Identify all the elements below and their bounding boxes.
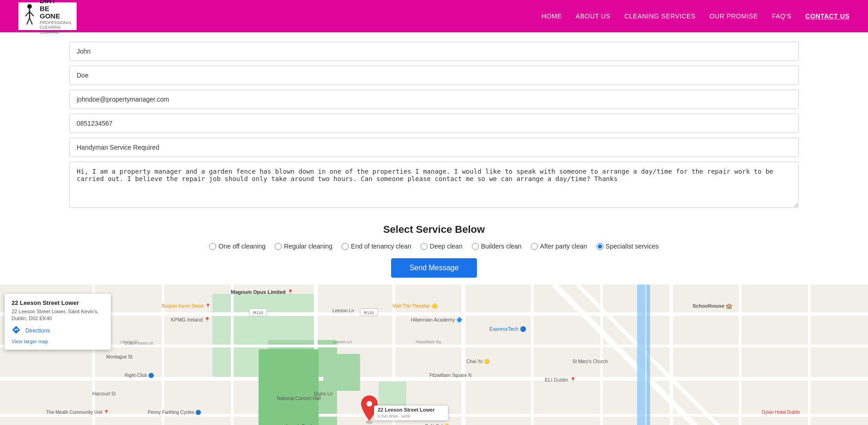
svg-text:Café Sol 🟡: Café Sol 🟡 bbox=[425, 423, 450, 425]
popup-actions: Directions bbox=[12, 325, 104, 337]
svg-text:National Concert Hall: National Concert Hall bbox=[277, 396, 321, 401]
svg-rect-29 bbox=[259, 349, 319, 425]
service-label-regular: Regular cleaning bbox=[284, 243, 332, 250]
service-option-end_tenancy[interactable]: End of tenancy clean bbox=[342, 243, 411, 250]
service-option-one_off[interactable]: One off cleaning bbox=[209, 243, 265, 250]
radio-builders[interactable] bbox=[472, 243, 479, 250]
popup-address-line2: Dublin, D02 EK40 bbox=[12, 316, 52, 321]
nav: HOMEABOUT USCLEANING SERVICESOUR PROMISE… bbox=[542, 12, 850, 20]
svg-line-5 bbox=[30, 18, 32, 24]
svg-text:Matt The Thresher 🟡: Matt The Thresher 🟡 bbox=[392, 303, 438, 309]
popup-address-line1: 22 Leeson Street Lower, Saint Kevin's, bbox=[12, 309, 99, 314]
directions-link[interactable]: Directions bbox=[25, 328, 50, 334]
svg-text:9 min drive · work: 9 min drive · work bbox=[378, 414, 410, 419]
message-input[interactable] bbox=[69, 162, 799, 208]
svg-rect-27 bbox=[637, 285, 645, 425]
svg-text:Dylan Hotel Dublin: Dylan Hotel Dublin bbox=[762, 410, 800, 415]
nav-item-cleaning-services[interactable]: CLEANING SERVICES bbox=[624, 12, 696, 20]
svg-line-3 bbox=[30, 12, 34, 16]
svg-text:R110: R110 bbox=[253, 310, 263, 315]
svg-rect-28 bbox=[646, 285, 650, 425]
svg-rect-23 bbox=[739, 285, 741, 425]
svg-rect-31 bbox=[379, 382, 406, 409]
svg-text:ELI Dublin 📍: ELI Dublin 📍 bbox=[545, 376, 576, 383]
service-option-regular[interactable]: Regular cleaning bbox=[275, 243, 332, 250]
service-option-after_party[interactable]: After party clean bbox=[531, 243, 587, 250]
radio-end_tenancy[interactable] bbox=[342, 243, 349, 250]
svg-rect-30 bbox=[323, 354, 360, 391]
svg-text:ExpressTech 🔵: ExpressTech 🔵 bbox=[489, 326, 526, 332]
svg-text:The Meath Community Unit 📍: The Meath Community Unit 📍 bbox=[46, 409, 109, 415]
service-option-deep[interactable]: Deep clean bbox=[421, 243, 463, 250]
header: DIRT BE GONE PROFESSIONAL CLEANING COMPA… bbox=[0, 0, 868, 32]
send-message-button[interactable]: Send Message bbox=[391, 258, 477, 278]
svg-line-2 bbox=[25, 12, 30, 16]
service-label-deep: Deep clean bbox=[430, 243, 463, 250]
svg-point-39 bbox=[366, 420, 373, 424]
contact-form-section bbox=[0, 32, 868, 214]
logo-icon bbox=[23, 3, 36, 30]
svg-text:Schoolhouse 🏫: Schoolhouse 🏫 bbox=[693, 303, 732, 309]
logo-subtitle: PROFESSIONAL CLEANING COMPANY bbox=[40, 20, 72, 35]
svg-text:Harcourt St: Harcourt St bbox=[92, 391, 116, 396]
svg-point-0 bbox=[27, 4, 32, 9]
svg-text:Fitzwilliam Square N: Fitzwilliam Square N bbox=[429, 373, 471, 378]
svg-text:Magnum Opus Limited 📍: Magnum Opus Limited 📍 bbox=[231, 289, 294, 295]
service-label-specialist: Specialist services bbox=[606, 243, 659, 250]
popup-address: 22 Leeson Street Lower, Saint Kevin's, D… bbox=[12, 308, 104, 322]
nav-item-home[interactable]: HOME bbox=[542, 12, 562, 20]
logo[interactable]: DIRT BE GONE PROFESSIONAL CLEANING COMPA… bbox=[18, 2, 77, 30]
svg-text:Montague St: Montague St bbox=[106, 354, 133, 359]
svg-text:22 Leeson Street Lower: 22 Leeson Street Lower bbox=[378, 407, 435, 413]
directions-icon bbox=[12, 325, 21, 337]
nav-item-our-promise[interactable]: OUR PROMISE bbox=[710, 12, 758, 20]
svg-rect-20 bbox=[531, 285, 534, 425]
radio-regular[interactable] bbox=[275, 243, 282, 250]
svg-text:Chai-Yo 🟡: Chai-Yo 🟡 bbox=[466, 358, 490, 364]
service-option-specialist[interactable]: Specialist services bbox=[597, 243, 659, 250]
svg-point-40 bbox=[367, 401, 372, 407]
logo-title: DIRT BE GONE bbox=[40, 0, 72, 20]
svg-text:Quins Ln: Quins Ln bbox=[314, 391, 332, 396]
radio-deep[interactable] bbox=[421, 243, 428, 250]
view-larger-map-link[interactable]: View larger map bbox=[12, 339, 104, 344]
service-label-builders: Builders clean bbox=[481, 243, 522, 250]
first-name-input[interactable] bbox=[69, 42, 799, 61]
svg-text:Right-Click 🔵: Right-Click 🔵 bbox=[125, 372, 154, 378]
service-option-builders[interactable]: Builders clean bbox=[472, 243, 522, 250]
svg-rect-9 bbox=[0, 312, 868, 316]
service-label-end_tenancy: End of tenancy clean bbox=[351, 243, 411, 250]
svg-text:St Mary's Church: St Mary's Church bbox=[573, 359, 608, 364]
email-input[interactable] bbox=[69, 90, 799, 109]
svg-text:Fitzwilliam Sq: Fitzwilliam Sq bbox=[416, 340, 441, 344]
last-name-input[interactable] bbox=[69, 66, 799, 85]
logo-text: DIRT BE GONE PROFESSIONAL CLEANING COMPA… bbox=[40, 0, 72, 35]
svg-text:Boojum Kevin Street 📍: Boojum Kevin Street 📍 bbox=[162, 303, 211, 309]
svg-line-4 bbox=[27, 18, 30, 24]
svg-text:Leeson Ln: Leeson Ln bbox=[332, 340, 352, 344]
service-label-one_off: One off cleaning bbox=[218, 243, 265, 250]
nav-item-contact-us[interactable]: CONTACT US bbox=[805, 12, 850, 20]
radio-after_party[interactable] bbox=[531, 243, 538, 250]
svg-rect-16 bbox=[231, 285, 234, 425]
nav-item-about-us[interactable]: ABOUT US bbox=[576, 12, 610, 20]
map-info-popup: 22 Leeson Street Lower 22 Leeson Street … bbox=[5, 294, 111, 350]
svg-text:Penny Farthing Cycles 🔵: Penny Farthing Cycles 🔵 bbox=[148, 409, 201, 415]
map-svg: Liberty St Leeson Ln Fitzwilliam Sq R110… bbox=[0, 285, 868, 425]
nav-item-faqs[interactable]: FAQ'S bbox=[772, 12, 792, 20]
svg-rect-19 bbox=[462, 285, 465, 425]
svg-text:Leeson Ln: Leeson Ln bbox=[332, 308, 354, 313]
service-section-title: Select Service Below bbox=[0, 224, 868, 236]
radio-specialist[interactable] bbox=[597, 243, 603, 250]
service-label-after_party: After party clean bbox=[540, 243, 587, 250]
radio-one_off[interactable] bbox=[209, 243, 216, 250]
service-selection-section: Select Service Below One off cleaningReg… bbox=[0, 214, 868, 285]
service-radio-group: One off cleaningRegular cleaningEnd of t… bbox=[0, 243, 868, 250]
map-section: Liberty St Leeson Ln Fitzwilliam Sq R110… bbox=[0, 285, 868, 425]
popup-title: 22 Leeson Street Lower bbox=[12, 299, 104, 306]
svg-text:KPMG Ireland 📍: KPMG Ireland 📍 bbox=[171, 316, 211, 323]
phone-input[interactable] bbox=[69, 114, 799, 133]
subject-input[interactable] bbox=[69, 138, 799, 157]
svg-text:Dublin Kevin St: Dublin Kevin St bbox=[125, 341, 153, 346]
map-background: Liberty St Leeson Ln Fitzwilliam Sq R110… bbox=[0, 285, 868, 425]
